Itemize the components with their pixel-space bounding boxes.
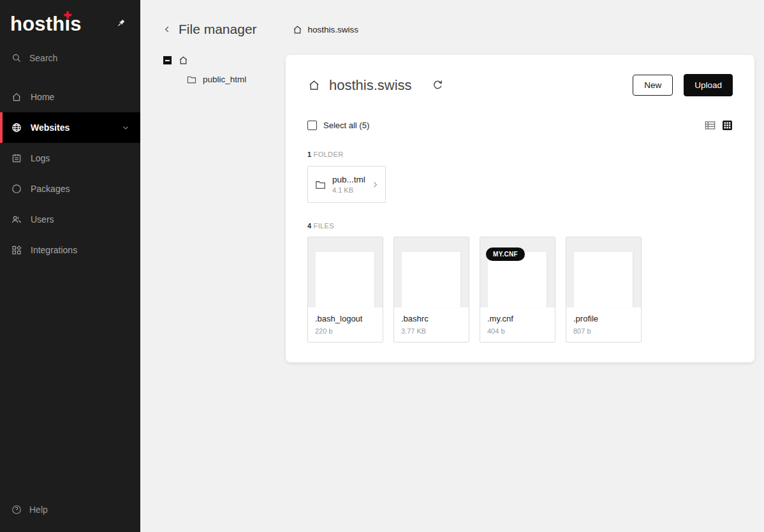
list-view-icon[interactable]	[704, 119, 716, 131]
topbar: File manager hosthis.swiss	[140, 0, 764, 40]
file-name: .profile	[573, 314, 634, 323]
files-count: 4	[307, 222, 312, 230]
file-name: .bash_logout	[315, 314, 376, 323]
select-all-label: Select all (5)	[323, 121, 369, 130]
new-button[interactable]: New	[633, 75, 673, 96]
sidebar-item-websites[interactable]: Websites	[0, 112, 140, 143]
pin-icon[interactable]	[115, 18, 126, 29]
folder-card-public-html[interactable]: pub...tml 4.1 KB	[307, 166, 386, 203]
sidebar: hosth✚ıs Search Home Web	[0, 0, 140, 532]
file-meta: .my.cnf 404 b	[480, 307, 555, 335]
sidebar-item-label: Logs	[31, 153, 50, 163]
file-size: 807 b	[573, 327, 634, 335]
breadcrumb[interactable]: hosthis.swiss	[292, 24, 359, 35]
logo-i: ✚ı	[64, 13, 70, 36]
sidebar-nav: Home Websites Logs	[0, 82, 140, 265]
search-control[interactable]: Search	[0, 36, 140, 68]
file-preview	[394, 237, 469, 307]
folder-name: pub...tml	[332, 175, 365, 184]
select-all-checkbox[interactable]	[307, 121, 317, 130]
home-icon	[292, 24, 303, 35]
header-actions: New Upload	[633, 74, 733, 96]
help-icon	[11, 504, 22, 515]
refresh-icon[interactable]	[432, 79, 444, 91]
integrations-icon	[11, 244, 22, 256]
folders-word: FOLDER	[314, 151, 344, 158]
main-area: File manager hosthis.swiss	[140, 0, 764, 532]
upload-button[interactable]: Upload	[684, 74, 733, 96]
home-icon	[11, 91, 22, 103]
tree-item-label: public_html	[203, 75, 246, 84]
file-thumbnail	[402, 252, 460, 307]
sidebar-item-home[interactable]: Home	[0, 82, 140, 112]
file-meta: .bash_logout 220 b	[308, 307, 383, 335]
tree-item-public-html[interactable]: public_html	[186, 74, 286, 85]
packages-icon	[11, 183, 22, 195]
file-name: .bashrc	[401, 314, 462, 323]
file-card-my-cnf[interactable]: MY.CNF .my.cnf 404 b	[480, 237, 555, 343]
file-preview	[308, 237, 383, 307]
home-icon	[178, 55, 189, 66]
file-manager-panel: hosthis.swiss New Upload Select all (5)	[286, 55, 754, 362]
folder-icon	[314, 179, 327, 191]
files-grid: .bash_logout 220 b .bashrc 3.77 KB	[307, 237, 733, 343]
breadcrumb-site: hosthis.swiss	[308, 25, 359, 34]
sidebar-item-label: Home	[31, 92, 54, 102]
folders-section-label: 1FOLDER	[307, 151, 733, 158]
file-size: 404 b	[487, 327, 548, 335]
logo-text-before: hosth	[10, 13, 64, 36]
file-size: 220 b	[315, 327, 376, 335]
folders-count: 1	[307, 151, 312, 158]
file-meta: .profile 807 b	[566, 307, 641, 335]
file-type-badge: MY.CNF	[486, 248, 525, 261]
panel-title: hosthis.swiss	[329, 77, 412, 94]
sidebar-item-integrations[interactable]: Integrations	[0, 235, 140, 265]
panel-title-group: hosthis.swiss	[307, 77, 444, 94]
chevron-down-icon	[121, 123, 130, 132]
sidebar-item-label: Packages	[31, 184, 70, 194]
search-icon	[11, 52, 22, 64]
panel-header: hosthis.swiss New Upload	[307, 74, 733, 96]
folder-icon	[186, 74, 197, 85]
folder-size: 4.1 KB	[332, 186, 365, 194]
globe-icon	[11, 122, 22, 133]
back-button[interactable]: File manager	[161, 22, 257, 37]
directory-tree: public_html	[140, 55, 286, 532]
file-card-bashrc[interactable]: .bashrc 3.77 KB	[393, 237, 469, 343]
back-chevron-icon	[161, 24, 173, 35]
users-icon	[11, 214, 22, 225]
logo-plus-icon: ✚	[63, 10, 71, 20]
sidebar-item-label: Integrations	[31, 245, 77, 255]
collapse-icon[interactable]	[163, 56, 172, 64]
files-section-label: 4FILES	[307, 222, 733, 230]
logo-row: hosth✚ıs	[0, 0, 140, 36]
logs-icon	[11, 152, 22, 164]
chevron-right-icon[interactable]	[371, 180, 380, 189]
help-label: Help	[29, 505, 48, 515]
file-meta: .bashrc 3.77 KB	[394, 307, 469, 335]
sidebar-item-users[interactable]: Users	[0, 204, 140, 235]
sidebar-item-label: Websites	[31, 122, 70, 133]
folder-card-text: pub...tml 4.1 KB	[332, 175, 365, 194]
file-thumbnail	[316, 252, 374, 307]
view-toggles	[704, 119, 733, 131]
sidebar-item-logs[interactable]: Logs	[0, 143, 140, 174]
tree-root-row[interactable]	[163, 55, 286, 66]
sidebar-item-label: Users	[31, 214, 54, 225]
help-button[interactable]: Help	[11, 504, 48, 515]
file-card-bash-logout[interactable]: .bash_logout 220 b	[307, 237, 383, 343]
page-title: File manager	[179, 22, 257, 37]
files-word: FILES	[314, 222, 335, 230]
brand-logo[interactable]: hosth✚ıs	[10, 13, 82, 36]
sidebar-item-packages[interactable]: Packages	[0, 174, 140, 204]
file-size: 3.77 KB	[401, 327, 462, 335]
file-name: .my.cnf	[487, 314, 548, 323]
logo-text-after: s	[70, 13, 81, 36]
file-card-profile[interactable]: .profile 807 b	[566, 237, 642, 343]
grid-view-icon[interactable]	[722, 120, 733, 131]
search-label: Search	[29, 53, 57, 63]
app-root: hosth✚ıs Search Home Web	[0, 0, 764, 532]
file-preview	[566, 237, 641, 307]
home-icon	[307, 78, 321, 92]
content-row: public_html hosthis.swiss	[140, 55, 764, 532]
